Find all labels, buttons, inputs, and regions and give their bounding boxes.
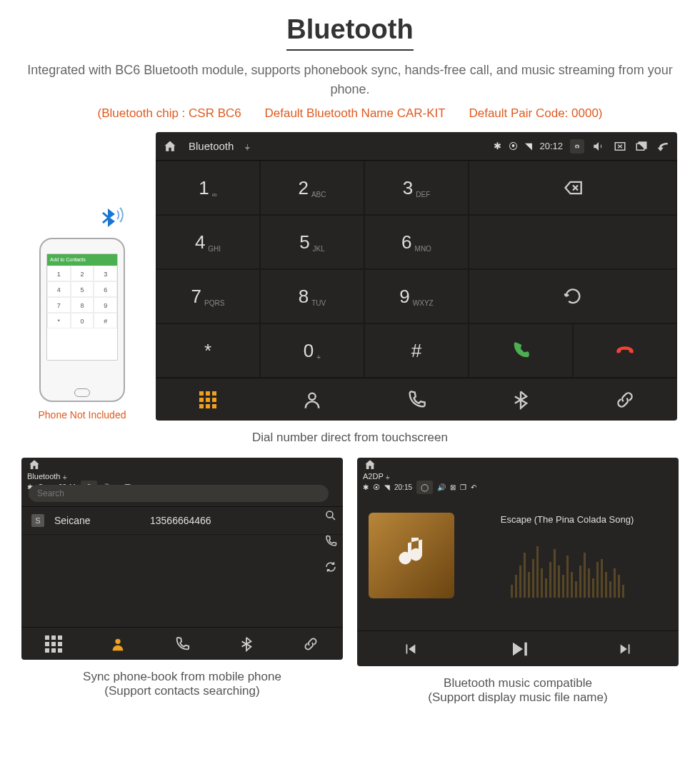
- phone-note: Phone Not Included: [21, 409, 143, 421]
- tab-bluetooth[interactable]: [469, 378, 573, 421]
- empty-key-1: [469, 215, 677, 269]
- tab-bluetooth[interactable]: [214, 628, 279, 660]
- svg-point-4: [115, 638, 120, 643]
- close-window-icon[interactable]: [613, 139, 627, 154]
- key-0[interactable]: 0+: [260, 323, 364, 378]
- tab-contacts[interactable]: [86, 628, 150, 660]
- contact-name: Seicane: [54, 515, 140, 526]
- back-icon[interactable]: [656, 139, 670, 154]
- contact-number: 13566664466: [150, 515, 211, 526]
- tab-pair[interactable]: [279, 628, 343, 660]
- tab-dialpad[interactable]: [21, 628, 86, 660]
- dialer-screen: Bluetooth ⏚ ✱ ⦿ ◥ 20:12 1∞ 2ABC: [156, 132, 677, 421]
- volume-icon[interactable]: [591, 139, 606, 154]
- search-icon[interactable]: [324, 509, 337, 522]
- usb-icon: ⏚: [245, 142, 250, 151]
- topbar-title: Bluetooth: [189, 140, 234, 152]
- call-button[interactable]: [469, 323, 573, 378]
- bluetooth-icon: [96, 203, 127, 235]
- phone-mockup: Add to Contacts 123 456 789 *0#: [39, 238, 125, 402]
- contacts-caption: Sync phone-book from mobile phone (Suppo…: [21, 670, 343, 698]
- volume-icon[interactable]: 🔊: [437, 483, 446, 491]
- tab-dialpad[interactable]: [156, 378, 260, 421]
- bluetooth-status-icon: ✱: [494, 141, 501, 151]
- tab-call-log[interactable]: [364, 378, 469, 421]
- music-caption: Bluetooth music compatible (Support disp…: [357, 676, 679, 705]
- tab-contacts[interactable]: [260, 378, 364, 421]
- screenshot-icon[interactable]: ◯: [416, 481, 433, 494]
- home-icon[interactable]: [363, 458, 377, 472]
- search-input[interactable]: [29, 485, 329, 502]
- key-2[interactable]: 2ABC: [260, 161, 364, 215]
- tab-call-log[interactable]: [150, 628, 214, 660]
- call-icon[interactable]: [324, 535, 337, 548]
- recent-apps-icon[interactable]: ❐: [460, 483, 466, 491]
- svg-point-2: [309, 393, 315, 399]
- sync-icon[interactable]: [324, 561, 337, 573]
- spec-line: (Bluetooth chip : CSR BC6 Default Blueto…: [21, 106, 679, 121]
- next-track-button[interactable]: [618, 641, 634, 657]
- prev-track-button[interactable]: [402, 641, 418, 657]
- key-1[interactable]: 1∞: [156, 161, 260, 215]
- play-pause-button[interactable]: [508, 639, 528, 659]
- album-art: [369, 513, 454, 598]
- wifi-icon: ◥: [525, 141, 532, 151]
- contacts-screen: Bluetooth ⏚ ✱⦿◥ 20:11 ◯ 🔊 ⊠ ❐ ↶: [21, 458, 343, 660]
- dialer-caption: Dial number direct from touchscreen: [21, 431, 679, 445]
- clock: 20:15: [394, 483, 412, 491]
- page-subtitle: Integrated with BC6 Bluetooth module, su…: [21, 61, 679, 99]
- music-screen: A2DP ⏚ ✱⦿◥ 20:15 ◯ 🔊 ⊠ ❐ ↶: [357, 458, 679, 666]
- key-8[interactable]: 8TUV: [260, 269, 364, 323]
- key-5[interactable]: 5JKL: [260, 215, 364, 269]
- key-3[interactable]: 3DEF: [364, 161, 469, 215]
- back-icon[interactable]: ↶: [471, 483, 476, 491]
- backspace-key[interactable]: [469, 161, 677, 215]
- page-title: Bluetooth: [286, 14, 413, 51]
- clock: 20:12: [539, 141, 563, 151]
- key-4[interactable]: 4GHI: [156, 215, 260, 269]
- home-icon[interactable]: [27, 458, 41, 472]
- redial-key[interactable]: [469, 269, 677, 323]
- recent-apps-icon[interactable]: [634, 139, 649, 154]
- key-star[interactable]: *: [156, 323, 260, 378]
- key-7[interactable]: 7PQRS: [156, 269, 260, 323]
- key-hash[interactable]: #: [364, 323, 469, 378]
- close-window-icon[interactable]: ⊠: [450, 483, 456, 491]
- svg-point-3: [326, 511, 333, 518]
- screenshot-icon[interactable]: [570, 139, 584, 154]
- contact-row[interactable]: S Seicane 13566664466: [21, 507, 343, 535]
- visualizer: [467, 533, 667, 598]
- track-title: Escape (The Pina Colada Song): [467, 514, 667, 525]
- gps-icon: ⦿: [509, 141, 518, 151]
- key-6[interactable]: 6MNO: [364, 215, 469, 269]
- hangup-button[interactable]: [573, 323, 677, 378]
- key-9[interactable]: 9WXYZ: [364, 269, 469, 323]
- home-icon[interactable]: [163, 139, 177, 154]
- tab-pair[interactable]: [573, 378, 677, 421]
